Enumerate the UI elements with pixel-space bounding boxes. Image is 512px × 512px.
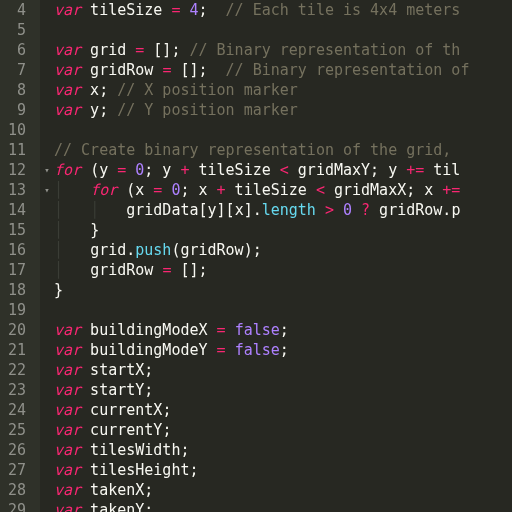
token-op: < (316, 181, 325, 199)
code-line[interactable]: │ │ gridData[y][x].length > 0 ? gridRow.… (54, 200, 512, 220)
token-fn: push (135, 241, 171, 259)
token-id (352, 201, 361, 219)
token-kw: for (54, 161, 81, 179)
token-id: tilesHeight (81, 461, 189, 479)
token-id: startX (81, 361, 144, 379)
fold-toggle-icon[interactable]: ▾ (42, 165, 52, 175)
token-pun: ; (199, 1, 208, 19)
token-pun: ; (180, 441, 189, 459)
token-id (226, 341, 235, 359)
token-id: buildingModeY (81, 341, 216, 359)
token-com: // X position marker (117, 81, 298, 99)
code-line[interactable]: var gridRow = []; // Binary representati… (54, 60, 512, 80)
line-number: 6 (4, 40, 26, 60)
token-op: = (217, 341, 226, 359)
token-id: gridMaxY (289, 161, 370, 179)
code-line[interactable]: var x; // X position marker (54, 80, 512, 100)
token-kw: var (54, 361, 81, 379)
token-pun: ]. (244, 201, 262, 219)
code-line[interactable]: var currentX; (54, 400, 512, 420)
token-pun: ; (144, 501, 153, 512)
token-kw: for (90, 181, 117, 199)
line-number: 21 (4, 340, 26, 360)
line-number: 8 (4, 80, 26, 100)
token-id (81, 161, 90, 179)
token-id (316, 201, 325, 219)
token-id: x (81, 81, 99, 99)
code-line[interactable]: var startX; (54, 360, 512, 380)
token-op: = (117, 161, 126, 179)
code-line[interactable]: var takenX; (54, 480, 512, 500)
token-pun: ( (90, 161, 99, 179)
token-com: // Create binary representation of the g… (54, 141, 460, 159)
token-pun: ); (244, 241, 262, 259)
code-line[interactable]: } (54, 280, 512, 300)
token-id: gridRow (90, 261, 162, 279)
token-id: takenX (81, 481, 144, 499)
code-line[interactable] (54, 20, 512, 40)
token-pun: } (90, 221, 99, 239)
token-num: 4 (189, 1, 198, 19)
line-number: 5 (4, 20, 26, 40)
line-number: 19 (4, 300, 26, 320)
code-area[interactable]: var tileSize = 4; // Each tile is 4x4 me… (54, 0, 512, 512)
code-line[interactable]: var y; // Y position marker (54, 100, 512, 120)
code-line[interactable]: var buildingModeY = false; (54, 340, 512, 360)
code-line[interactable]: var buildingModeX = false; (54, 320, 512, 340)
token-kw: var (54, 321, 81, 339)
code-line[interactable]: │ gridRow = []; (54, 260, 512, 280)
token-kw: var (54, 341, 81, 359)
code-editor[interactable]: 4567891011121314151617181920212223242526… (0, 0, 512, 512)
token-id: tileSize (81, 1, 171, 19)
token-kw: var (54, 61, 81, 79)
token-id (334, 201, 343, 219)
code-line[interactable]: for (y = 0; y + tileSize < gridMaxY; y +… (54, 160, 512, 180)
fold-toggle-icon[interactable]: ▾ (42, 185, 52, 195)
code-line[interactable] (54, 120, 512, 140)
code-line[interactable]: var tileSize = 4; // Each tile is 4x4 me… (54, 0, 512, 20)
token-pun: ; (280, 321, 289, 339)
token-id (226, 321, 235, 339)
code-line[interactable]: │ for (x = 0; x + tileSize < gridMaxX; x… (54, 180, 512, 200)
token-id (117, 181, 126, 199)
token-op: > (325, 201, 334, 219)
code-line[interactable]: │ } (54, 220, 512, 240)
code-line[interactable]: var startY; (54, 380, 512, 400)
fold-column[interactable]: ▾▾ (40, 0, 54, 512)
token-id: grid (81, 41, 135, 59)
token-num: 0 (343, 201, 352, 219)
token-kw: var (54, 81, 81, 99)
code-line[interactable]: // Create binary representation of the g… (54, 140, 512, 160)
code-line[interactable]: var currentY; (54, 420, 512, 440)
token-pun: ; (144, 161, 153, 179)
token-num: 0 (135, 161, 144, 179)
code-line[interactable]: var grid = []; // Binary representation … (54, 40, 512, 60)
token-pun: ; (144, 481, 153, 499)
token-op: ? (361, 201, 370, 219)
line-number-gutter: 4567891011121314151617181920212223242526… (0, 0, 40, 512)
token-pun: ; (162, 401, 171, 419)
line-number: 26 (4, 440, 26, 460)
token-kw: var (54, 421, 81, 439)
token-id: gridRow (370, 201, 442, 219)
code-line[interactable]: │ grid.push(gridRow); (54, 240, 512, 260)
code-line[interactable]: var tilesHeight; (54, 460, 512, 480)
line-number: 4 (4, 0, 26, 20)
token-op: = (217, 321, 226, 339)
token-pun: ; (144, 361, 153, 379)
token-pun: [ (199, 201, 208, 219)
line-number: 24 (4, 400, 26, 420)
token-kw: var (54, 481, 81, 499)
code-line[interactable]: var takenY; (54, 500, 512, 512)
token-id: p (451, 201, 460, 219)
token-com: // Y position marker (117, 101, 298, 119)
code-line[interactable] (54, 300, 512, 320)
token-bool: false (235, 341, 280, 359)
token-op: += (406, 161, 424, 179)
code-line[interactable]: var tilesWidth; (54, 440, 512, 460)
line-number: 27 (4, 460, 26, 480)
token-kw: var (54, 1, 81, 19)
token-id: y (81, 101, 99, 119)
token-op: < (280, 161, 289, 179)
token-kw: var (54, 101, 81, 119)
